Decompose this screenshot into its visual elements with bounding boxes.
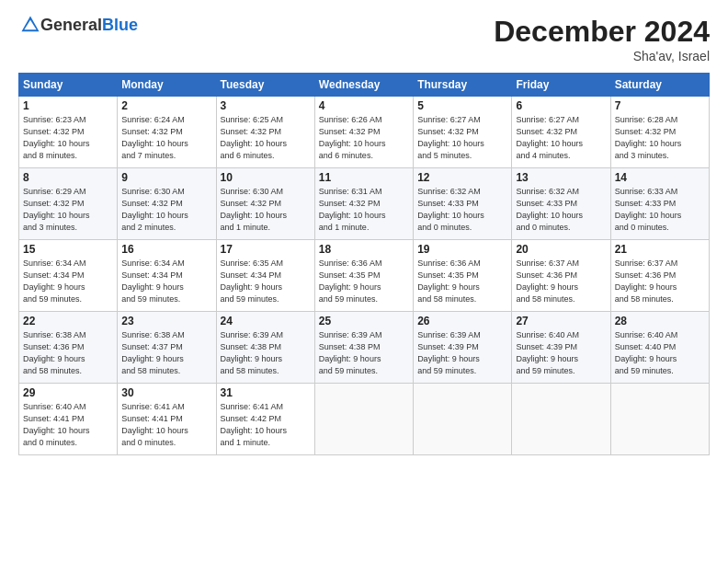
day-info: Sunrise: 6:40 AM Sunset: 4:39 PM Dayligh… <box>516 329 606 377</box>
col-tuesday: Tuesday <box>216 74 314 97</box>
day-info: Sunrise: 6:38 AM Sunset: 4:36 PM Dayligh… <box>23 329 113 377</box>
table-row: 12Sunrise: 6:32 AM Sunset: 4:33 PM Dayli… <box>414 168 512 240</box>
day-info: Sunrise: 6:28 AM Sunset: 4:32 PM Dayligh… <box>615 114 705 162</box>
table-row: 25Sunrise: 6:39 AM Sunset: 4:38 PM Dayli… <box>314 312 413 384</box>
day-info: Sunrise: 6:30 AM Sunset: 4:32 PM Dayligh… <box>221 186 311 234</box>
day-number: 25 <box>319 315 409 327</box>
day-info: Sunrise: 6:30 AM Sunset: 4:32 PM Dayligh… <box>121 186 211 234</box>
day-number: 20 <box>516 243 606 256</box>
table-row: 10Sunrise: 6:30 AM Sunset: 4:32 PM Dayli… <box>216 168 314 240</box>
table-row: 3Sunrise: 6:25 AM Sunset: 4:32 PM Daylig… <box>216 97 314 168</box>
day-info: Sunrise: 6:32 AM Sunset: 4:33 PM Dayligh… <box>516 186 606 234</box>
day-info: Sunrise: 6:36 AM Sunset: 4:35 PM Dayligh… <box>417 258 507 305</box>
day-info: Sunrise: 6:37 AM Sunset: 4:36 PM Dayligh… <box>615 258 705 305</box>
calendar-header-row: Sunday Monday Tuesday Wednesday Thursday… <box>19 74 710 97</box>
day-info: Sunrise: 6:39 AM Sunset: 4:39 PM Dayligh… <box>417 329 507 377</box>
day-number: 21 <box>615 243 705 256</box>
day-info: Sunrise: 6:39 AM Sunset: 4:38 PM Dayligh… <box>221 329 311 377</box>
day-number: 24 <box>221 315 311 327</box>
day-number: 9 <box>121 171 211 184</box>
table-row: 6Sunrise: 6:27 AM Sunset: 4:32 PM Daylig… <box>512 97 610 168</box>
day-number: 1 <box>23 99 113 112</box>
table-row: 26Sunrise: 6:39 AM Sunset: 4:39 PM Dayli… <box>414 312 512 384</box>
month-title: December 2024 <box>494 15 710 49</box>
day-number: 18 <box>319 243 409 256</box>
table-row: 24Sunrise: 6:39 AM Sunset: 4:38 PM Dayli… <box>216 312 314 384</box>
day-info: Sunrise: 6:31 AM Sunset: 4:32 PM Dayligh… <box>319 186 409 234</box>
table-row: 16Sunrise: 6:34 AM Sunset: 4:34 PM Dayli… <box>118 240 216 312</box>
table-row: 11Sunrise: 6:31 AM Sunset: 4:32 PM Dayli… <box>314 168 413 240</box>
calendar-week-row-2: 15Sunrise: 6:34 AM Sunset: 4:34 PM Dayli… <box>19 240 710 312</box>
day-number: 4 <box>319 99 409 112</box>
table-row: 8Sunrise: 6:29 AM Sunset: 4:32 PM Daylig… <box>19 168 118 240</box>
table-row: 20Sunrise: 6:37 AM Sunset: 4:36 PM Dayli… <box>512 240 610 312</box>
day-info: Sunrise: 6:41 AM Sunset: 4:42 PM Dayligh… <box>221 401 311 449</box>
table-row: 13Sunrise: 6:32 AM Sunset: 4:33 PM Dayli… <box>512 168 610 240</box>
day-info: Sunrise: 6:40 AM Sunset: 4:41 PM Dayligh… <box>23 401 113 449</box>
table-row: 29Sunrise: 6:40 AM Sunset: 4:41 PM Dayli… <box>19 384 118 455</box>
day-info: Sunrise: 6:40 AM Sunset: 4:40 PM Dayligh… <box>615 329 705 377</box>
day-info: Sunrise: 6:35 AM Sunset: 4:34 PM Dayligh… <box>221 258 311 305</box>
day-number: 19 <box>417 243 507 256</box>
day-info: Sunrise: 6:34 AM Sunset: 4:34 PM Dayligh… <box>121 258 211 305</box>
table-row: 2Sunrise: 6:24 AM Sunset: 4:32 PM Daylig… <box>118 97 216 168</box>
day-number: 6 <box>516 99 606 112</box>
col-saturday: Saturday <box>610 74 709 97</box>
header: GeneralBlue December 2024 Sha'av, Israel <box>18 15 710 63</box>
day-number: 11 <box>319 171 409 184</box>
logo-blue-text: Blue <box>102 16 138 34</box>
location: Sha'av, Israel <box>494 49 710 63</box>
day-number: 26 <box>417 315 507 327</box>
calendar-table: Sunday Monday Tuesday Wednesday Thursday… <box>18 73 710 455</box>
day-info: Sunrise: 6:38 AM Sunset: 4:37 PM Dayligh… <box>121 329 211 377</box>
day-info: Sunrise: 6:23 AM Sunset: 4:32 PM Dayligh… <box>23 114 113 162</box>
title-section: December 2024 Sha'av, Israel <box>494 15 710 63</box>
table-row: 14Sunrise: 6:33 AM Sunset: 4:33 PM Dayli… <box>610 168 709 240</box>
day-info: Sunrise: 6:37 AM Sunset: 4:36 PM Dayligh… <box>516 258 606 305</box>
table-row: 1Sunrise: 6:23 AM Sunset: 4:32 PM Daylig… <box>19 97 118 168</box>
day-number: 2 <box>121 99 211 112</box>
day-number: 16 <box>121 243 211 256</box>
day-info: Sunrise: 6:25 AM Sunset: 4:32 PM Dayligh… <box>221 114 311 162</box>
table-row <box>610 384 709 455</box>
day-number: 14 <box>615 171 705 184</box>
day-number: 13 <box>516 171 606 184</box>
table-row <box>414 384 512 455</box>
day-number: 7 <box>615 99 705 112</box>
day-info: Sunrise: 6:36 AM Sunset: 4:35 PM Dayligh… <box>319 258 409 305</box>
logo: GeneralBlue <box>18 15 138 35</box>
day-number: 29 <box>23 386 113 399</box>
day-number: 30 <box>121 386 211 399</box>
table-row: 7Sunrise: 6:28 AM Sunset: 4:32 PM Daylig… <box>610 97 709 168</box>
logo-icon <box>20 15 40 35</box>
day-info: Sunrise: 6:29 AM Sunset: 4:32 PM Dayligh… <box>23 186 113 234</box>
day-number: 31 <box>221 386 311 399</box>
col-wednesday: Wednesday <box>314 74 413 97</box>
page: GeneralBlue December 2024 Sha'av, Israel… <box>0 0 728 563</box>
day-number: 5 <box>417 99 507 112</box>
table-row: 17Sunrise: 6:35 AM Sunset: 4:34 PM Dayli… <box>216 240 314 312</box>
day-number: 8 <box>23 171 113 184</box>
day-info: Sunrise: 6:27 AM Sunset: 4:32 PM Dayligh… <box>417 114 507 162</box>
table-row: 4Sunrise: 6:26 AM Sunset: 4:32 PM Daylig… <box>314 97 413 168</box>
table-row: 9Sunrise: 6:30 AM Sunset: 4:32 PM Daylig… <box>118 168 216 240</box>
table-row: 30Sunrise: 6:41 AM Sunset: 4:41 PM Dayli… <box>118 384 216 455</box>
table-row: 15Sunrise: 6:34 AM Sunset: 4:34 PM Dayli… <box>19 240 118 312</box>
day-info: Sunrise: 6:39 AM Sunset: 4:38 PM Dayligh… <box>319 329 409 377</box>
table-row: 27Sunrise: 6:40 AM Sunset: 4:39 PM Dayli… <box>512 312 610 384</box>
day-info: Sunrise: 6:32 AM Sunset: 4:33 PM Dayligh… <box>417 186 507 234</box>
day-number: 23 <box>121 315 211 327</box>
day-info: Sunrise: 6:33 AM Sunset: 4:33 PM Dayligh… <box>615 186 705 234</box>
day-number: 27 <box>516 315 606 327</box>
table-row: 19Sunrise: 6:36 AM Sunset: 4:35 PM Dayli… <box>414 240 512 312</box>
calendar-week-row-3: 22Sunrise: 6:38 AM Sunset: 4:36 PM Dayli… <box>19 312 710 384</box>
day-number: 17 <box>221 243 311 256</box>
logo-general-text: General <box>40 16 102 34</box>
table-row: 31Sunrise: 6:41 AM Sunset: 4:42 PM Dayli… <box>216 384 314 455</box>
col-friday: Friday <box>512 74 610 97</box>
col-monday: Monday <box>118 74 216 97</box>
day-info: Sunrise: 6:26 AM Sunset: 4:32 PM Dayligh… <box>319 114 409 162</box>
table-row: 28Sunrise: 6:40 AM Sunset: 4:40 PM Dayli… <box>610 312 709 384</box>
day-info: Sunrise: 6:27 AM Sunset: 4:32 PM Dayligh… <box>516 114 606 162</box>
day-number: 3 <box>221 99 311 112</box>
